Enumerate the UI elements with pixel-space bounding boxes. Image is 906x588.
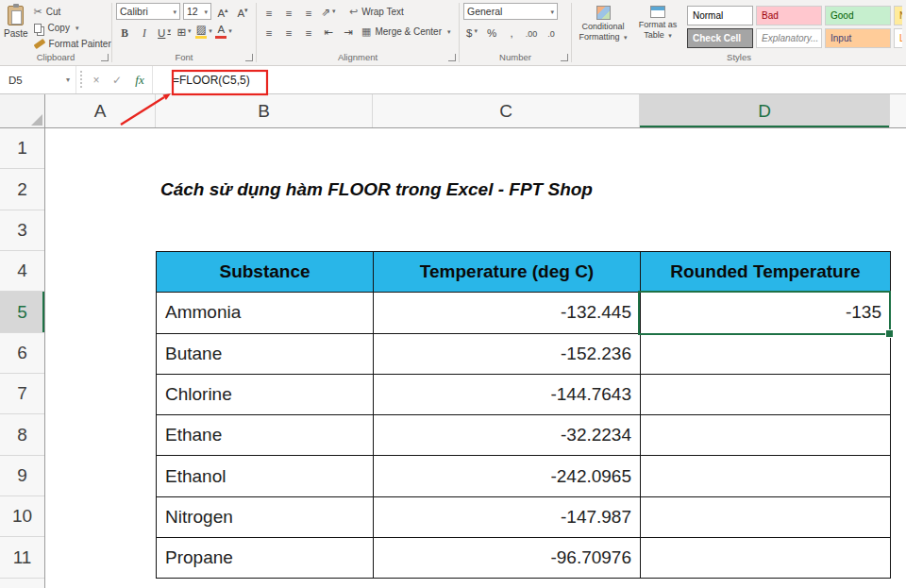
conditional-formatting-label: Conditional Formatting ▾	[579, 22, 627, 42]
format-as-table-icon	[650, 6, 665, 18]
row-header-7[interactable]: 7	[0, 374, 44, 414]
table-cell[interactable]: -147.987	[374, 496, 641, 537]
table-cell[interactable]: Butane	[157, 333, 374, 374]
font-size-select[interactable]: 12 ▾	[183, 3, 211, 20]
table-cell[interactable]	[641, 538, 891, 579]
align-right-button[interactable]: ≡	[300, 23, 317, 40]
clipboard-dialog-launcher[interactable]	[101, 54, 109, 61]
cell-style-input[interactable]: Input	[825, 28, 891, 48]
row-header-6[interactable]: 6	[0, 333, 44, 374]
name-box-dropdown[interactable]: ▾	[60, 66, 76, 93]
table-header-cell[interactable]: Substance	[157, 252, 374, 293]
row-header-9[interactable]: 9	[0, 456, 44, 496]
table-cell[interactable]	[641, 374, 891, 414]
row-header-5[interactable]: 5	[0, 292, 44, 332]
increase-indent-button[interactable]: ⇥	[340, 23, 357, 40]
table-cell[interactable]	[641, 456, 891, 496]
table-cell[interactable]: -32.2234	[374, 415, 641, 456]
name-box[interactable]: D5	[0, 66, 60, 93]
alignment-dialog-launcher[interactable]	[448, 54, 456, 61]
row-header-1[interactable]: 1	[0, 128, 44, 169]
cell-style-bad[interactable]: Bad	[756, 6, 822, 25]
table-cell[interactable]: -152.236	[374, 333, 641, 374]
cell-style-neutral[interactable]: Neutral	[894, 6, 902, 25]
table-cell[interactable]	[641, 415, 891, 456]
cell-style-normal[interactable]: Normal	[687, 6, 753, 25]
enter-button[interactable]: ✓	[107, 66, 127, 93]
increase-decimal-button[interactable]: .00	[523, 23, 540, 40]
bold-button[interactable]: B	[116, 23, 133, 40]
number-format-select[interactable]: General ▾	[463, 3, 558, 20]
fill-color-button[interactable]: ▨ ▾	[195, 23, 212, 40]
font-color-button[interactable]: A ▾	[215, 23, 232, 40]
format-as-table-button[interactable]: Format as Table ▾	[634, 3, 681, 51]
font-dialog-launcher[interactable]	[245, 54, 253, 61]
table-cell[interactable]: -96.70976	[374, 538, 641, 579]
table-cell[interactable]: Chlorine	[157, 374, 374, 414]
column-header-c[interactable]: C	[373, 94, 640, 127]
decrease-indent-button[interactable]: ⇤	[320, 23, 337, 40]
increase-decimal-icon: .00	[526, 29, 538, 39]
cut-button[interactable]: ✂ Cut	[32, 5, 113, 19]
sheet-title[interactable]: Cách sử dụng hàm FLOOR trong Excel - FPT…	[160, 169, 593, 210]
row-header-10[interactable]: 10	[0, 496, 44, 537]
table-header-cell[interactable]: Rounded Temperature	[641, 252, 891, 293]
row-header-3[interactable]: 3	[0, 210, 44, 251]
align-top-icon: ≡	[266, 8, 273, 19]
borders-button[interactable]: ⊞ ▾	[176, 23, 193, 40]
table-cell[interactable]: Nitrogen	[157, 496, 374, 537]
insert-function-button[interactable]: fx	[127, 66, 152, 93]
cell-style-explanatory-[interactable]: Explanatory...	[756, 28, 822, 48]
column-header-b[interactable]: B	[156, 94, 373, 127]
dropdown-icon: ▾	[173, 8, 176, 15]
table-cell[interactable]: -132.445	[374, 293, 641, 333]
table-cell[interactable]: -242.0965	[374, 456, 641, 496]
table-cell[interactable]: Ammonia	[157, 293, 374, 333]
shrink-font-button[interactable]: A ▾	[234, 3, 251, 20]
select-all-corner[interactable]	[0, 94, 45, 128]
table-cell[interactable]: -135	[641, 293, 891, 333]
row-header-8[interactable]: 8	[0, 414, 44, 455]
paste-button[interactable]: Paste	[4, 3, 28, 51]
table-cell[interactable]: Ethanol	[157, 456, 374, 496]
cells-area[interactable]: Cách sử dụng hàm FLOOR trong Excel - FPT…	[45, 128, 906, 588]
table-cell[interactable]: Propane	[157, 538, 374, 579]
table-cell[interactable]	[641, 333, 891, 374]
decrease-decimal-button[interactable]: .0	[543, 23, 560, 40]
table-header-cell[interactable]: Temperature (deg C)	[374, 252, 641, 293]
column-header-a[interactable]: A	[45, 94, 156, 127]
cell-style-linked[interactable]: Linked	[894, 28, 902, 48]
format-painter-button[interactable]: Format Painter	[32, 37, 113, 51]
dropdown-icon: ▾	[624, 34, 628, 41]
comma-style-button[interactable]: ,	[503, 23, 520, 40]
percent-button[interactable]: %	[483, 23, 500, 40]
cell-style-check-cell[interactable]: Check Cell	[687, 28, 753, 48]
align-center-button[interactable]: ≡	[280, 23, 297, 40]
table-cell[interactable]: -144.7643	[374, 374, 641, 414]
row-header-4[interactable]: 4	[0, 251, 44, 292]
wrap-text-button[interactable]: ↩ Wrap Text	[347, 5, 406, 19]
italic-button[interactable]: I	[136, 23, 153, 40]
row-header-11[interactable]: 11	[0, 537, 44, 578]
formula-input[interactable]: =FLOOR(C5,5)	[152, 66, 906, 93]
dropdown-icon: ▾	[332, 8, 336, 14]
align-left-button[interactable]: ≡	[260, 23, 277, 40]
row-header-2[interactable]: 2	[0, 169, 44, 210]
accounting-format-button[interactable]: $ ▾	[463, 23, 480, 40]
orientation-button[interactable]: ⇗ ▾	[320, 3, 337, 20]
merge-center-button[interactable]: ▦ Merge & Center ▾	[360, 25, 453, 39]
conditional-formatting-button[interactable]: Conditional Formatting ▾	[576, 3, 630, 51]
number-dialog-launcher[interactable]	[561, 54, 568, 61]
copy-button[interactable]: Copy ▾	[32, 21, 113, 35]
table-cell[interactable]	[641, 496, 891, 537]
align-bottom-button[interactable]: ≡	[300, 3, 317, 20]
font-family-select[interactable]: Calibri ▾	[116, 3, 180, 20]
column-header-d[interactable]: D	[640, 94, 890, 127]
table-cell[interactable]: Ethane	[157, 415, 374, 456]
align-middle-button[interactable]: ≡	[280, 3, 297, 20]
align-top-button[interactable]: ≡	[260, 3, 277, 20]
cancel-button[interactable]: ×	[86, 66, 107, 93]
cell-style-good[interactable]: Good	[825, 6, 891, 25]
underline-button[interactable]: U ▾	[156, 23, 173, 40]
grow-font-button[interactable]: A ▴	[214, 3, 231, 20]
